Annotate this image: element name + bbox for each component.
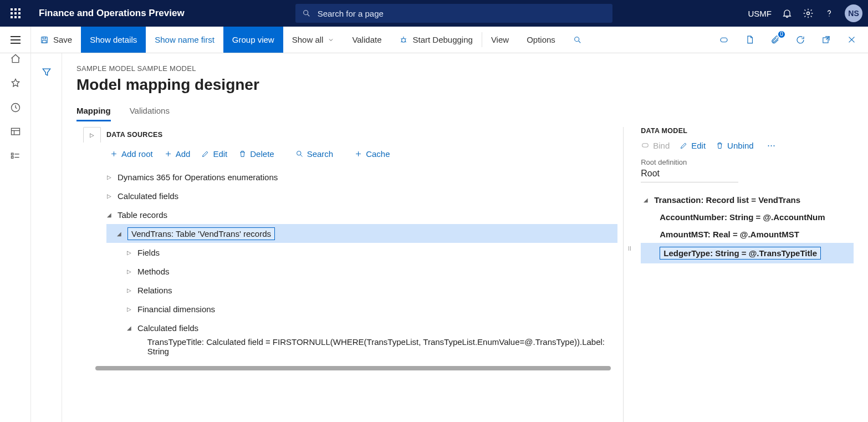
caret-collapsed-icon: ▷ (106, 174, 112, 180)
svg-rect-19 (11, 128, 19, 135)
add-button[interactable]: Add (164, 149, 191, 159)
more-button[interactable]: ⋯ (767, 140, 775, 150)
command-bar: Save Show details Show name first Group … (0, 27, 868, 53)
options-menu[interactable]: Options (518, 27, 564, 53)
show-details-label: Show details (90, 35, 137, 44)
tab-validations[interactable]: Validations (130, 106, 170, 121)
help-icon[interactable] (824, 8, 835, 19)
filter-icon[interactable] (41, 67, 52, 78)
dm-node-account[interactable]: AccountNumber: String = @.AccountNum (641, 209, 854, 226)
bind-button[interactable]: Bind (641, 141, 670, 150)
data-model-panel: DATA MODEL Bind Edit Unbind ⋯ Root (636, 127, 854, 422)
tree-node-calcfields[interactable]: ▷ Calculated fields (106, 186, 617, 205)
splitter-handle[interactable] (624, 127, 637, 422)
close-icon[interactable] (843, 31, 860, 49)
data-sources-panel: ▷ DATA SOURCES Add root Add Edit (76, 127, 624, 422)
tree-node-table-records[interactable]: ◢ Table records (106, 205, 617, 224)
left-rail (0, 27, 31, 422)
svg-point-0 (303, 11, 308, 15)
search-icon (302, 9, 311, 18)
dm-node-ledger[interactable]: LedgerType: String = @.TransTypeTitle (641, 243, 854, 263)
filter-column (31, 53, 62, 422)
cache-label: Cache (366, 149, 390, 159)
validate-label: Validate (352, 35, 381, 44)
tree-node-enum[interactable]: ▷ Dynamics 365 for Operations enumeratio… (106, 167, 617, 186)
tree-node-calcfields2[interactable]: ◢ Calculated fields (106, 318, 617, 337)
svg-line-12 (405, 41, 406, 42)
node-label: Relations (137, 286, 172, 295)
cache-button[interactable]: Cache (354, 149, 390, 159)
node-label: Table records (118, 210, 167, 220)
save-button[interactable]: Save (31, 27, 81, 53)
gear-icon[interactable] (803, 8, 814, 19)
tree-node-fin-dims[interactable]: ▷ Financial dimensions (106, 299, 617, 318)
show-details-button[interactable]: Show details (81, 27, 146, 53)
global-search[interactable]: Search for a page (295, 4, 612, 23)
svg-line-10 (405, 38, 406, 39)
tabs: Mapping Validations (76, 106, 854, 121)
svg-line-1 (308, 14, 309, 16)
svg-point-7 (402, 38, 406, 42)
delete-button[interactable]: Delete (238, 149, 274, 159)
clock-icon[interactable] (10, 102, 21, 113)
document-icon[interactable] (741, 31, 758, 49)
caret-expanded-icon: ◢ (126, 325, 132, 331)
org-label[interactable]: USMF (748, 9, 772, 18)
find-button[interactable] (564, 27, 591, 53)
start-debugging-label: Start Debugging (412, 35, 472, 44)
svg-point-3 (829, 16, 829, 16)
modules-icon[interactable] (10, 151, 21, 162)
bell-icon[interactable] (782, 8, 793, 19)
edit-button[interactable]: Edit (201, 149, 227, 159)
app-header: Finance and Operations Preview Search fo… (0, 0, 868, 27)
show-all-dropdown[interactable]: Show all (283, 27, 344, 53)
unbind-button[interactable]: Unbind (716, 141, 754, 150)
ds-tree: ▷ Dynamics 365 for Operations enumeratio… (76, 167, 617, 356)
dm-edit-button[interactable]: Edit (680, 141, 706, 150)
user-avatar[interactable]: NS (845, 4, 862, 22)
caret-collapsed-icon: ▷ (126, 250, 132, 256)
data-sources-toolbar: Add root Add Edit Delete Search (76, 143, 617, 164)
home-icon[interactable] (10, 53, 21, 64)
waffle-icon[interactable] (6, 3, 25, 23)
tree-node-methods[interactable]: ▷ Methods (106, 262, 617, 281)
tree-node-vendtrans[interactable]: ◢ VendTrans: Table 'VendTrans' records (106, 224, 617, 243)
validate-button[interactable]: Validate (343, 27, 390, 53)
star-icon[interactable] (10, 78, 21, 89)
view-menu[interactable]: View (482, 27, 518, 53)
add-root-button[interactable]: Add root (110, 149, 153, 159)
dm-node-transaction[interactable]: ◢ Transaction: Record list = VendTrans (641, 191, 854, 209)
start-debugging-button[interactable]: Start Debugging (390, 27, 481, 53)
caret-collapsed-icon: ▷ (106, 193, 112, 199)
search-button[interactable]: Search (295, 149, 334, 159)
pencil-icon (680, 141, 688, 150)
root-definition-value[interactable]: Root (641, 166, 738, 182)
plus-icon (354, 150, 362, 158)
tab-mapping[interactable]: Mapping (76, 106, 111, 121)
trash-icon (238, 150, 247, 158)
tree-node-fields[interactable]: ▷ Fields (106, 243, 617, 262)
unbind-label: Unbind (727, 141, 754, 150)
more-icon: ⋯ (767, 140, 775, 150)
refresh-icon[interactable] (792, 31, 809, 49)
group-view-label: Group view (232, 35, 274, 44)
attachment-icon[interactable]: 0 (766, 31, 784, 49)
popout-icon[interactable] (817, 31, 835, 49)
chevron-down-icon (328, 37, 334, 43)
dm-node-amount[interactable]: AmountMST: Real = @.AmountMST (641, 226, 854, 243)
tree-node-relations[interactable]: ▷ Relations (106, 281, 617, 299)
plus-icon (110, 150, 118, 158)
link-icon[interactable] (715, 31, 733, 49)
show-name-first-button[interactable]: Show name first (146, 27, 223, 53)
workspace-icon[interactable] (10, 126, 21, 138)
data-model-heading: DATA MODEL (641, 127, 854, 135)
svg-line-9 (401, 38, 402, 39)
node-label: VendTrans: Table 'VendTrans' records (127, 227, 275, 240)
group-view-button[interactable]: Group view (223, 27, 283, 53)
plus-icon (164, 150, 172, 158)
data-sources-heading: DATA SOURCES (106, 127, 162, 143)
caret-collapsed-icon: ▷ (126, 268, 132, 274)
horizontal-scrollbar[interactable] (95, 366, 611, 370)
expand-tab-icon[interactable]: ▷ (83, 127, 101, 143)
tree-node-transtype[interactable]: TransTypeTitle: Calculated field = FIRST… (106, 337, 617, 356)
